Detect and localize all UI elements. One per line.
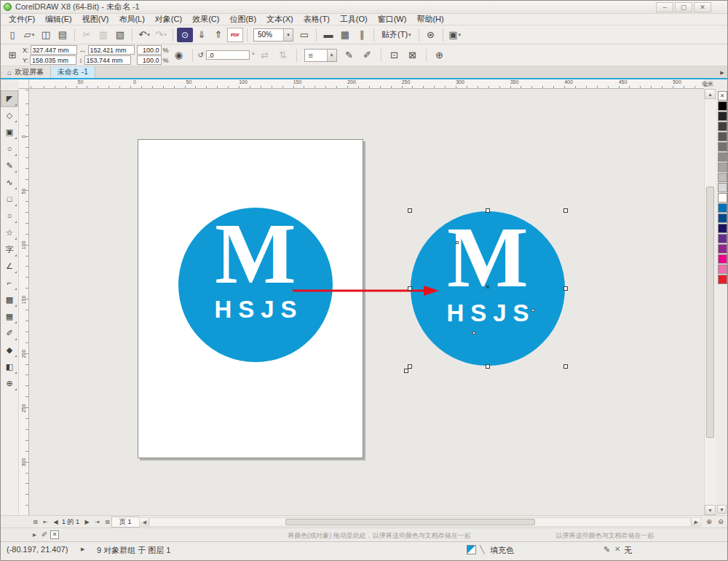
selection-handle[interactable] bbox=[486, 364, 490, 369]
menu-item-help[interactable]: 帮助(H) bbox=[411, 14, 448, 25]
more-tools[interactable]: ⊕ bbox=[1, 375, 18, 392]
zoom-tool[interactable]: ○ bbox=[1, 141, 18, 157]
show-grid-button[interactable]: ▦ bbox=[337, 27, 353, 43]
selection-handle[interactable] bbox=[563, 286, 568, 291]
tab-scroll-right-button[interactable]: ▶ bbox=[717, 68, 727, 78]
snap-to-button[interactable]: 贴齐(T) ▾ bbox=[378, 28, 415, 42]
color-swatch-7[interactable] bbox=[718, 162, 727, 172]
menu-item-bitmaps[interactable]: 位图(B) bbox=[224, 14, 261, 25]
menu-item-effects[interactable]: 效果(C) bbox=[187, 14, 224, 25]
redo-button[interactable]: ↷▾ bbox=[153, 27, 169, 43]
edit-outline-button[interactable]: ✐ bbox=[360, 47, 376, 63]
ungroup-objects-button[interactable]: ⊠ bbox=[405, 47, 421, 63]
crop-tool[interactable]: ▣ bbox=[1, 124, 18, 141]
red-arrow[interactable] bbox=[290, 283, 443, 299]
polygon-tool[interactable]: ☆ bbox=[1, 224, 18, 241]
lock-ratio-button[interactable]: ◉ bbox=[171, 47, 187, 63]
maximize-button[interactable]: ▢ bbox=[675, 2, 692, 12]
tab-welcome-screen[interactable]: ⌂ 欢迎屏幕 bbox=[1, 66, 51, 78]
selection-handle[interactable] bbox=[563, 364, 568, 369]
application-launcher-button[interactable]: ▣▾ bbox=[447, 27, 463, 43]
minimize-button[interactable]: – bbox=[656, 2, 673, 12]
import-button[interactable]: ⇓ bbox=[194, 27, 210, 43]
color-swatch-13[interactable] bbox=[718, 224, 727, 233]
save-button[interactable]: ◫ bbox=[38, 27, 54, 43]
vertical-scroll-thumb[interactable] bbox=[706, 187, 714, 438]
add-page-before-button[interactable]: ⊞ bbox=[31, 517, 40, 527]
menu-item-tools[interactable]: 工具(O) bbox=[335, 14, 373, 25]
document-palette[interactable]: ▸ ✐ ✕ 将颜色(或对象) 拖动至此处，以便将这些颜色与文档存储在一起 以便将… bbox=[1, 527, 728, 541]
rectangle-tool[interactable]: □ bbox=[1, 191, 18, 208]
shape-tool[interactable]: ◇ bbox=[1, 107, 18, 124]
node-marker[interactable] bbox=[472, 332, 475, 334]
selection-handle[interactable] bbox=[404, 369, 408, 373]
menu-item-text[interactable]: 文本(X) bbox=[261, 14, 298, 25]
color-swatch-6[interactable] bbox=[718, 152, 727, 162]
node-marker[interactable] bbox=[456, 241, 459, 244]
color-swatch-12[interactable] bbox=[718, 213, 727, 223]
object-height-input[interactable] bbox=[84, 55, 131, 65]
show-guidelines-button[interactable]: ∥ bbox=[354, 27, 370, 43]
menu-item-file[interactable]: 文件(F) bbox=[4, 14, 40, 25]
fill-color-swatch[interactable] bbox=[467, 545, 476, 554]
rotation-angle-input[interactable] bbox=[206, 50, 250, 60]
close-button[interactable]: ✕ bbox=[694, 2, 711, 12]
color-swatch-9[interactable] bbox=[718, 183, 727, 192]
more-options-button[interactable]: ⊕ bbox=[432, 47, 448, 63]
mirror-horizontal-button[interactable]: ⇄ bbox=[257, 47, 273, 63]
edit-fill-button[interactable]: ✎ bbox=[341, 47, 357, 63]
menu-item-view[interactable]: 视图(V) bbox=[77, 14, 114, 25]
flyout-arrow-icon[interactable]: ▸ bbox=[33, 530, 36, 538]
options-button[interactable]: ⊛ bbox=[423, 27, 439, 43]
scroll-left-button[interactable]: ◀ bbox=[140, 518, 149, 526]
horizontal-ruler[interactable]: 50050100150200250300350400450500 bbox=[29, 79, 704, 89]
drop-shadow-tool[interactable]: ▩ bbox=[1, 291, 18, 308]
search-content-button[interactable]: ⊙ bbox=[177, 28, 193, 42]
scroll-up-button[interactable]: ▲ bbox=[705, 89, 716, 99]
freehand-tool[interactable]: ✎ bbox=[1, 157, 18, 174]
node-marker[interactable] bbox=[531, 309, 534, 312]
drawing-canvas[interactable]: M HSJS M HSJS ✕ bbox=[29, 89, 704, 515]
color-swatch-5[interactable] bbox=[718, 142, 727, 152]
menu-item-table[interactable]: 表格(T) bbox=[298, 14, 335, 25]
color-swatch-4[interactable] bbox=[718, 132, 727, 141]
ellipse-tool[interactable]: ○ bbox=[1, 208, 18, 224]
color-swatch-16[interactable] bbox=[718, 254, 727, 264]
color-eyedropper-tool[interactable]: ✐ bbox=[1, 325, 18, 342]
connector-tool[interactable]: ⌐ bbox=[1, 275, 18, 291]
selection-handle[interactable] bbox=[408, 208, 412, 213]
horizontal-scrollbar[interactable]: ◀ ▶ bbox=[139, 517, 701, 527]
y-position-input[interactable] bbox=[30, 55, 76, 65]
color-swatch-11[interactable] bbox=[718, 203, 727, 213]
menu-item-edit[interactable]: 编辑(E) bbox=[40, 14, 77, 25]
color-swatch-15[interactable] bbox=[718, 244, 727, 254]
ruler-origin-box[interactable] bbox=[19, 79, 29, 89]
x-position-input[interactable] bbox=[31, 45, 77, 55]
selection-handle[interactable] bbox=[408, 286, 412, 291]
selection-handle[interactable] bbox=[486, 208, 490, 213]
open-button[interactable]: ▱▾ bbox=[21, 27, 37, 43]
color-swatch-2[interactable] bbox=[718, 111, 727, 121]
outline-pen-icon[interactable]: ✎ bbox=[604, 545, 610, 554]
cut-button[interactable]: ✂ bbox=[79, 27, 95, 43]
pick-tool[interactable]: ◤ bbox=[1, 90, 18, 107]
vertical-scrollbar[interactable]: ▲ ▼ bbox=[704, 89, 716, 515]
no-color-well[interactable]: ✕ bbox=[50, 530, 59, 539]
color-swatch-8[interactable] bbox=[718, 173, 727, 182]
color-swatch-10[interactable] bbox=[718, 193, 727, 203]
parallel-dimension-tool[interactable]: ∠ bbox=[1, 258, 18, 275]
outline-width-combo[interactable]: ≡ ▾ bbox=[304, 49, 337, 62]
color-swatch-14[interactable] bbox=[718, 234, 727, 243]
horizontal-scroll-thumb[interactable] bbox=[285, 519, 535, 525]
last-page-button[interactable]: ⇥ bbox=[92, 517, 102, 527]
first-page-button[interactable]: ⇤ bbox=[41, 517, 50, 527]
page-1-tab[interactable]: 页 1 bbox=[111, 517, 140, 527]
show-rulers-button[interactable]: ▬ bbox=[320, 27, 336, 43]
group-objects-button[interactable]: ⊡ bbox=[387, 47, 403, 63]
export-button[interactable]: ⇑ bbox=[210, 27, 226, 43]
selection-handle[interactable] bbox=[563, 208, 568, 213]
color-swatch-3[interactable] bbox=[718, 122, 727, 131]
chevron-down-icon[interactable]: ▾ bbox=[283, 29, 293, 41]
text-tool[interactable]: 字 bbox=[1, 241, 18, 258]
chevron-down-icon[interactable]: ▾ bbox=[327, 50, 336, 61]
